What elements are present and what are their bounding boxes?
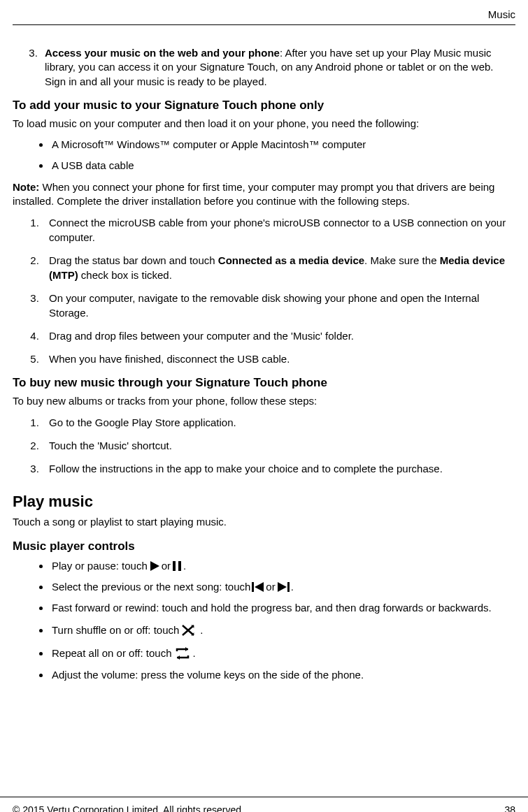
c4-end: . (200, 623, 203, 637)
svg-marker-5 (278, 582, 287, 592)
list-item: Drag and drop files between your compute… (42, 328, 515, 343)
c2-or: or (266, 580, 275, 594)
play-music-heading: Play music (13, 493, 515, 511)
add-intro: To load music on your computer and then … (13, 117, 515, 131)
footer-page-number: 38 (504, 804, 515, 812)
step2-bold-b: Connected as a media device (218, 254, 364, 266)
list-item: Turn shuffle on or off: touch . (50, 622, 515, 639)
next-track-icon (277, 581, 290, 593)
list-item: Touch the 'Music' shortcut. (42, 438, 515, 453)
list-item: Connect the microUSB cable from your pho… (42, 215, 515, 245)
shuffle-icon (180, 622, 199, 639)
list-item: Drag the status bar down and touch Conne… (42, 253, 515, 282)
svg-rect-1 (173, 561, 176, 571)
c1-end: . (183, 559, 186, 573)
page-footer: © 2015 Vertu Corporation Limited. All ri… (0, 797, 528, 812)
c5-text-a: Repeat all on or off: touch (52, 646, 172, 660)
step3-bold: Access your music on the web and your ph… (45, 47, 280, 59)
buy-music-heading: To buy new music through your Signature … (13, 376, 515, 390)
list-item: A USB data cable (50, 159, 515, 173)
svg-rect-3 (252, 582, 254, 592)
list-item: A Microsoft™ Windows™ computer or Apple … (50, 138, 515, 152)
step2-text-a: Drag the status bar down and touch (49, 254, 218, 266)
svg-marker-4 (255, 582, 264, 592)
list-item: When you have finished, disconnect the U… (42, 351, 515, 366)
page-header: Music (13, 8, 515, 24)
play-intro: Touch a song or playlist to start playin… (13, 515, 515, 529)
list-item: On your computer, navigate to the remova… (42, 291, 515, 320)
c2-end: . (291, 580, 294, 594)
add-steps-list: Connect the microUSB cable from your pho… (13, 215, 515, 366)
svg-rect-6 (287, 582, 290, 592)
header-divider (13, 24, 515, 25)
list-item: Follow the instructions in the app to ma… (42, 461, 515, 476)
list-item: Fast forward or rewind: touch and hold t… (50, 601, 515, 615)
footer-copyright: © 2015 Vertu Corporation Limited. All ri… (13, 804, 244, 812)
note-body: When you connect your phone for first ti… (13, 181, 494, 207)
controls-heading: Music player controls (13, 539, 515, 553)
add-music-heading: To add your music to your Signature Touc… (13, 99, 515, 113)
c5-end: . (193, 646, 196, 660)
note-label: Note: (13, 181, 39, 193)
c1-or: or (162, 559, 171, 573)
svg-marker-11 (185, 647, 188, 651)
buy-intro: To buy new albums or tracks from your ph… (13, 394, 515, 408)
c2-text-a: Select the previous or the next song: to… (52, 580, 250, 594)
svg-marker-12 (177, 655, 180, 660)
header-section-label: Music (488, 8, 515, 20)
svg-rect-2 (178, 561, 181, 571)
play-icon (149, 560, 160, 572)
list-item: Adjust the volume: press the volume keys… (50, 668, 515, 682)
svg-marker-0 (150, 561, 159, 571)
note-paragraph: Note: When you connect your phone for fi… (13, 180, 515, 209)
controls-list: Play or pause: touch or . Select the pre… (13, 559, 515, 683)
continued-ordered-list: Access your music on the web and your ph… (13, 46, 515, 89)
c1-text-a: Play or pause: touch (52, 559, 148, 573)
list-item: Play or pause: touch or . (50, 559, 515, 573)
pause-icon (172, 560, 182, 572)
c4-text-a: Turn shuffle on or off: touch (52, 623, 179, 637)
previous-track-icon (252, 581, 264, 593)
step2-text-c: . Make sure the (364, 254, 440, 266)
list-item: Repeat all on or off: touch . (50, 646, 515, 661)
list-item: Access your music on the web and your ph… (41, 46, 515, 89)
requirements-list: A Microsoft™ Windows™ computer or Apple … (13, 138, 515, 173)
list-item: Go to the Google Play Store application. (42, 415, 515, 430)
repeat-icon (173, 646, 192, 661)
list-item: Select the previous or the next song: to… (50, 580, 515, 594)
buy-steps-list: Go to the Google Play Store application.… (13, 415, 515, 476)
step2-text-e: check box is ticked. (78, 269, 172, 281)
